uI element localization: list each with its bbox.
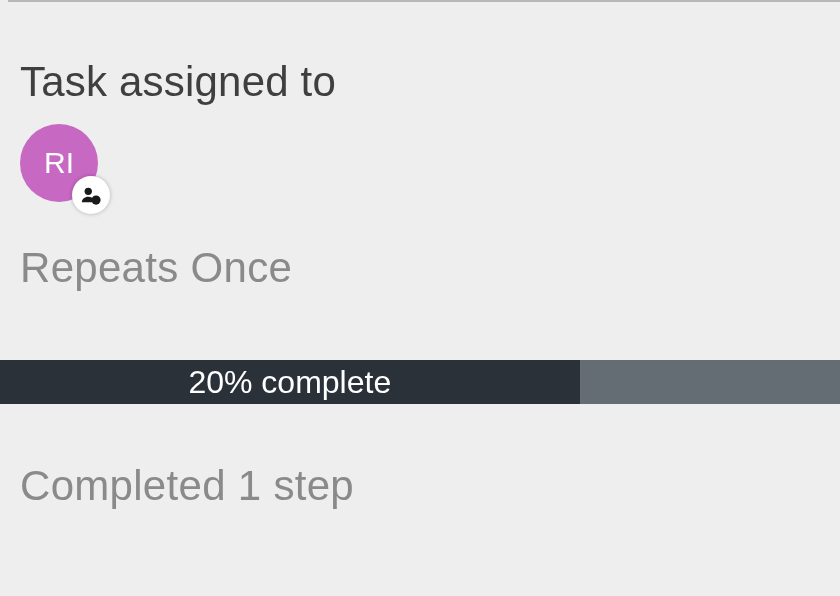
progress-bar-fill: 20% complete: [0, 360, 580, 404]
panel-top-divider: [8, 0, 840, 2]
avatar-initials: RI: [44, 146, 74, 180]
svg-point-0: [85, 188, 92, 195]
assignee-avatar[interactable]: RI: [20, 124, 106, 210]
assigned-to-heading: Task assigned to: [20, 58, 840, 106]
assign-user-icon[interactable]: [72, 176, 110, 214]
repeats-label: Repeats Once: [20, 244, 840, 292]
progress-bar: 20% complete: [0, 360, 840, 404]
task-panel: Task assigned to RI Repeats Once 20% com…: [0, 58, 840, 596]
completed-steps-label: Completed 1 step: [20, 462, 840, 510]
svg-point-1: [91, 195, 100, 204]
progress-label: 20% complete: [188, 364, 391, 401]
